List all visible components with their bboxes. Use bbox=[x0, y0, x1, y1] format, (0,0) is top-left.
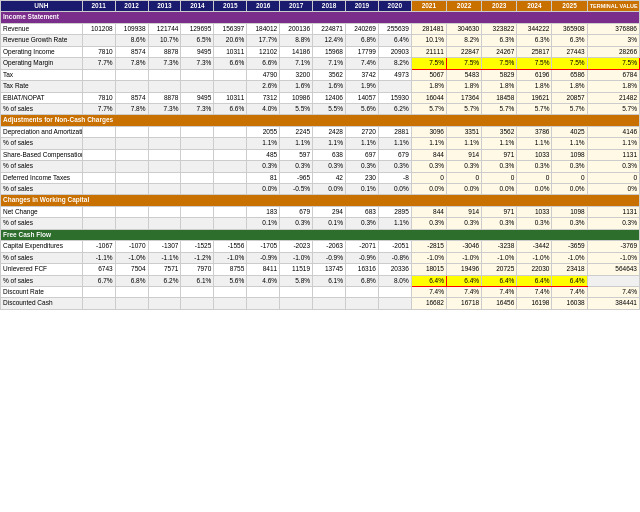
psda-2016: 1.1% bbox=[247, 138, 280, 149]
da-2022: 3351 bbox=[446, 126, 481, 137]
ebiat-2012: 8574 bbox=[115, 92, 148, 103]
year-2018: 2018 bbox=[313, 1, 346, 12]
sbc-2022: 914 bbox=[446, 149, 481, 160]
psufcf-2015: 5.6% bbox=[214, 275, 247, 286]
da-2013 bbox=[148, 126, 181, 137]
rev-2021: 281481 bbox=[411, 23, 446, 34]
nc-terminal: 1131 bbox=[587, 206, 639, 217]
om-2022: 7.5% bbox=[446, 58, 481, 69]
year-2024: 2024 bbox=[517, 1, 552, 12]
pssbc-2012 bbox=[115, 161, 148, 172]
dit-2019: 230 bbox=[345, 172, 378, 183]
pse-2012: 7.8% bbox=[115, 103, 148, 114]
tax-2014 bbox=[181, 69, 214, 80]
ufcf-2019: 16316 bbox=[345, 264, 378, 275]
ebiat-2014: 9495 bbox=[181, 92, 214, 103]
om-2016: 6.6% bbox=[247, 58, 280, 69]
tr-2020 bbox=[378, 81, 411, 92]
main-table-container: UNH 2011 2012 2013 2014 2015 2016 2017 2… bbox=[0, 0, 640, 310]
oi-2017: 14186 bbox=[280, 46, 313, 57]
changes-wc-label: Changes in Working Capital bbox=[1, 195, 640, 206]
ufcf-2022: 19496 bbox=[446, 264, 481, 275]
oi-2014: 9495 bbox=[181, 46, 214, 57]
pse-2024: 5.7% bbox=[517, 103, 552, 114]
psda-2025: 1.1% bbox=[552, 138, 587, 149]
ebiat-2011: 7810 bbox=[82, 92, 115, 103]
ufcf-2020: 20336 bbox=[378, 264, 411, 275]
psufcf-2011: 6.7% bbox=[82, 275, 115, 286]
pct-sales-nc-row: % of sales 0.1% 0.3% 0.1% 0.3% 1.1% 0.3%… bbox=[1, 218, 640, 229]
discount-rate-row: Discount Rate 7.4% 7.4% 7.4% 7.4% 7.4% 7… bbox=[1, 286, 640, 297]
sbc-2015 bbox=[214, 149, 247, 160]
da-2011 bbox=[82, 126, 115, 137]
psufcf-2022: 6.4% bbox=[446, 275, 481, 286]
ufcf-row: Unlevered FCF 6743 7504 7571 7970 8755 8… bbox=[1, 264, 640, 275]
dr-2024: 7.4% bbox=[517, 286, 552, 297]
capex-2021: -2815 bbox=[411, 241, 446, 252]
tr-2023: 1.8% bbox=[482, 81, 517, 92]
psufcf-2019: 6.8% bbox=[345, 275, 378, 286]
pssbc-2014 bbox=[181, 161, 214, 172]
dr-2020 bbox=[378, 286, 411, 297]
pssbc-2025: 0.3% bbox=[552, 161, 587, 172]
psdit-2020: 0.0% bbox=[378, 184, 411, 195]
fcf-label: Free Cash Flow bbox=[1, 229, 640, 240]
psdit-2013 bbox=[148, 184, 181, 195]
discount-rate-label: Discount Rate bbox=[1, 286, 83, 297]
revenue-growth-label: Revenue Growth Rate bbox=[1, 35, 83, 46]
rg-2015: 20.6% bbox=[214, 35, 247, 46]
pssbc-2015 bbox=[214, 161, 247, 172]
dc-2013 bbox=[148, 298, 181, 309]
ticker-header: UNH bbox=[1, 1, 83, 12]
rg-2022: 8.2% bbox=[446, 35, 481, 46]
ebiat-terminal: 21482 bbox=[587, 92, 639, 103]
om-2020: 8.2% bbox=[378, 58, 411, 69]
dc-2011 bbox=[82, 298, 115, 309]
tax-2019: 3742 bbox=[345, 69, 378, 80]
oi-2016: 12102 bbox=[247, 46, 280, 57]
pct-sales-da-label: % of sales bbox=[1, 138, 83, 149]
da-terminal: 4146 bbox=[587, 126, 639, 137]
year-2011: 2011 bbox=[82, 1, 115, 12]
rg-2024: 6.3% bbox=[517, 35, 552, 46]
dit-2017: -965 bbox=[280, 172, 313, 183]
pct-sales-nc-label: % of sales bbox=[1, 218, 83, 229]
discounted-cash-row: Discounted Cash 16682 16718 16456 16198 … bbox=[1, 298, 640, 309]
psdit-2025: 0.0% bbox=[552, 184, 587, 195]
tax-row: Tax 4790 3200 3562 3742 4973 5067 5483 5… bbox=[1, 69, 640, 80]
psda-2023: 1.1% bbox=[482, 138, 517, 149]
dc-2021: 16682 bbox=[411, 298, 446, 309]
psufcf-2023: 6.4% bbox=[482, 275, 517, 286]
pct-sales-ebiat-label: % of sales bbox=[1, 103, 83, 114]
oi-2012: 8574 bbox=[115, 46, 148, 57]
dr-2015 bbox=[214, 286, 247, 297]
dc-2012 bbox=[115, 298, 148, 309]
psdit-2022: 0.0% bbox=[446, 184, 481, 195]
pscapex-2016: -0.9% bbox=[247, 252, 280, 263]
pse-2025: 5.7% bbox=[552, 103, 587, 114]
capex-2022: -3046 bbox=[446, 241, 481, 252]
psufcf-2013: 6.2% bbox=[148, 275, 181, 286]
rev-2017: 200136 bbox=[280, 23, 313, 34]
da-2012 bbox=[115, 126, 148, 137]
psnc-2015 bbox=[214, 218, 247, 229]
tr-2019: 1.9% bbox=[345, 81, 378, 92]
ebiat-2024: 19621 bbox=[517, 92, 552, 103]
ufcf-2011: 6743 bbox=[82, 264, 115, 275]
pct-sales-sbc-row: % of sales 0.3% 0.3% 0.3% 0.3% 0.3% 0.3%… bbox=[1, 161, 640, 172]
psnc-2017: 0.3% bbox=[280, 218, 313, 229]
pscapex-2023: -1.0% bbox=[482, 252, 517, 263]
pse-2021: 5.7% bbox=[411, 103, 446, 114]
tax-rate-label: Tax Rate bbox=[1, 81, 83, 92]
pse-2018: 5.5% bbox=[313, 103, 346, 114]
dc-2024: 16198 bbox=[517, 298, 552, 309]
pscapex-2024: -1.0% bbox=[517, 252, 552, 263]
dr-terminal: 7.4% bbox=[587, 286, 639, 297]
psnc-2025: 0.3% bbox=[552, 218, 587, 229]
tr-2015 bbox=[214, 81, 247, 92]
net-change-label: Net Change bbox=[1, 206, 83, 217]
dr-2018 bbox=[313, 286, 346, 297]
dit-2015 bbox=[214, 172, 247, 183]
psufcf-2012: 6.8% bbox=[115, 275, 148, 286]
ebiat-row: EBIAT/NOPAT 7810 8574 8878 9495 10311 73… bbox=[1, 92, 640, 103]
